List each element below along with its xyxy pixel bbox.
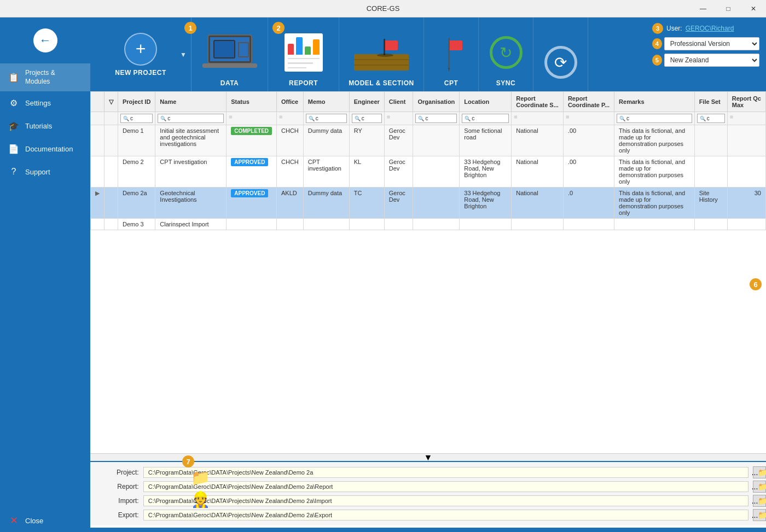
project-browse-button[interactable]: ... 📁	[753, 466, 766, 478]
col-header-qc-max[interactable]: Report QcMax	[727, 92, 765, 112]
user-label: User:	[666, 25, 682, 32]
toolbar-tab-cpt[interactable]: CPT	[424, 17, 479, 91]
main-content: ▽ Project ID Name Status Office Memo Eng…	[90, 91, 766, 532]
minimize-button[interactable]: —	[690, 0, 716, 17]
row-status-demo1: COMPLETED	[227, 125, 277, 156]
row-location-demo1: Some fictional road	[460, 125, 512, 156]
toolbar-tab-data[interactable]: DATA	[192, 17, 268, 91]
cpt-tab-label: CPT	[444, 77, 459, 87]
sidebar-item-support[interactable]: ? Support	[0, 160, 90, 183]
col-header-name[interactable]: Name	[155, 92, 227, 112]
region-select[interactable]: New Zealand	[664, 54, 759, 67]
projects-table-container[interactable]: ▽ Project ID Name Status Office Memo Eng…	[90, 91, 766, 453]
col-header-memo[interactable]: Memo	[303, 92, 349, 112]
row-org-demo1	[413, 125, 460, 156]
back-button[interactable]: ←	[33, 28, 57, 52]
col-header-project-id[interactable]: Project ID	[118, 92, 155, 112]
row-expand-demo1[interactable]	[91, 125, 105, 156]
svg-rect-6	[239, 43, 248, 56]
toolbar-refresh-button[interactable]: ⟳	[533, 17, 588, 91]
person-icon: 👷	[191, 490, 210, 508]
sidebar-label-projects: Projects &Modules	[25, 69, 55, 86]
main-layout: ← 📋 Projects &Modules ⚙ Settings 🎓 Tutor…	[0, 17, 766, 532]
app-title: CORE-GS	[367, 4, 400, 13]
row-qc-demo1	[727, 125, 765, 156]
path-grid: Project: C:\ProgramData\Geroc\DATA\Proje…	[117, 466, 766, 521]
col-header-remarks[interactable]: Remarks	[614, 92, 695, 112]
new-project-section[interactable]: + NEW PROJECT ▼	[90, 17, 192, 91]
sidebar-item-close[interactable]: ✕ Close	[0, 509, 90, 532]
toolbar-tab-sync[interactable]: ↻ SYNC	[479, 17, 533, 91]
sidebar-item-tutorials[interactable]: 🎓 Tutorials	[0, 114, 90, 137]
report-browse-button[interactable]: ... 📁	[753, 481, 766, 493]
bottom-panel: 7 📁 👷 Project: C:\ProgramData\Geroc\DATA…	[90, 461, 766, 525]
row-check-demo2	[105, 156, 118, 188]
row-name-demo1: Initial site assessment and geotechnical…	[155, 125, 227, 156]
project-path-value[interactable]: C:\ProgramData\Geroc\DATA\Projects\New Z…	[143, 467, 748, 478]
bottom-scrollbar[interactable]	[90, 528, 766, 532]
new-project-label: NEW PROJECT	[115, 69, 166, 77]
row-file-set-demo2a: Site History	[694, 188, 727, 219]
filter-cell-memo[interactable]: 🔍c	[303, 112, 349, 125]
table-row[interactable]: Demo 1 Initial site assessment and geote…	[91, 125, 766, 156]
row-engineer-demo2: KL	[349, 156, 384, 188]
toolbar-tab-report[interactable]: 2 REPORT	[268, 17, 339, 91]
col-header-engineer[interactable]: Engineer	[349, 92, 384, 112]
col-header-report-coord-p[interactable]: ReportCoordinate P...	[563, 92, 614, 112]
sidebar-label-documentation: Documentation	[25, 145, 73, 153]
row-expand-demo2a[interactable]: ▶	[91, 188, 105, 219]
row-check-demo3	[105, 219, 118, 230]
sidebar-item-documentation[interactable]: 📄 Documentation	[0, 137, 90, 160]
badge-5: 5	[652, 55, 662, 66]
col-header-file-set[interactable]: File Set	[694, 92, 727, 112]
export-path-value[interactable]: C:\ProgramData\Geroc\DATA\Projects\New Z…	[143, 510, 748, 521]
version-select[interactable]: Professional Version	[664, 37, 759, 50]
toolbar-tab-model[interactable]: MODEL & SECTION	[339, 17, 424, 91]
row-expand-demo3[interactable]	[91, 219, 105, 230]
filter-cell-engineer[interactable]: 🔍c	[349, 112, 384, 125]
row-coord-s-demo2a: National	[512, 188, 564, 219]
row-name-demo2: CPT investigation	[155, 156, 227, 188]
table-row[interactable]: Demo 2 CPT investigation APPROVED CHCH C…	[91, 156, 766, 188]
row-check-demo2a	[105, 188, 118, 219]
project-path-label: Project:	[117, 469, 139, 476]
col-header-office[interactable]: Office	[277, 92, 304, 112]
documentation-icon: 📄	[8, 143, 20, 155]
col-header-filter: ▽	[105, 92, 118, 112]
table-row[interactable]: Demo 3 Clarinspect Import	[91, 219, 766, 230]
filter-cell-org[interactable]: 🔍c	[413, 112, 460, 125]
sidebar-logo[interactable]: ←	[0, 22, 90, 59]
table-row-selected[interactable]: ▶ Demo 2a Geotechnical Investigations AP…	[91, 188, 766, 219]
col-header-organisation[interactable]: Organisation	[413, 92, 460, 112]
filter-cell-location[interactable]: 🔍c	[460, 112, 512, 125]
filter-cell-project-id[interactable]: 🔍c	[118, 112, 155, 125]
sidebar-item-projects-modules[interactable]: 📋 Projects &Modules	[0, 63, 90, 91]
filter-cell-remarks[interactable]: 🔍c	[614, 112, 695, 125]
row-expand-demo2[interactable]	[91, 156, 105, 188]
row-memo-demo1: Dummy data	[303, 125, 349, 156]
col-header-location[interactable]: Location	[460, 92, 512, 112]
row-office-demo2a: AKLD	[277, 188, 304, 219]
close-window-button[interactable]: ✕	[741, 0, 766, 17]
user-name-link[interactable]: GEROC\Richard	[686, 25, 734, 32]
export-browse-button[interactable]: ... 📁	[753, 509, 766, 521]
row-client-demo2a: Geroc Dev	[384, 188, 413, 219]
row-remarks-demo2: This data is fictional, and made up for …	[614, 156, 695, 188]
badge-7: 7	[182, 455, 194, 467]
filter-cell-name[interactable]: 🔍c	[155, 112, 227, 125]
maximize-button[interactable]: □	[716, 0, 741, 17]
row-location-demo2: 33 Hedgehog Road, New Brighton	[460, 156, 512, 188]
report-path-value[interactable]: C:\ProgramData\Geroc\DATA\Projects\New Z…	[143, 481, 748, 492]
filter-cell-file-set[interactable]: 🔍c	[694, 112, 727, 125]
import-path-value[interactable]: C:\ProgramData\Geroc\DATA\Projects\New Z…	[143, 495, 748, 506]
sidebar-item-settings[interactable]: ⚙ Settings	[0, 91, 90, 114]
col-header-client[interactable]: Client	[384, 92, 413, 112]
badge-3: 3	[652, 23, 663, 34]
col-header-report-coord-s[interactable]: ReportCoordinate S...	[512, 92, 564, 112]
row-coord-p-demo3	[563, 219, 614, 230]
svg-rect-4	[214, 41, 234, 57]
import-browse-button[interactable]: ... 📁	[753, 495, 766, 507]
new-project-dropdown[interactable]: ▼	[180, 51, 187, 59]
col-header-status[interactable]: Status	[227, 92, 277, 112]
model-tab-label: MODEL & SECTION	[349, 77, 414, 87]
